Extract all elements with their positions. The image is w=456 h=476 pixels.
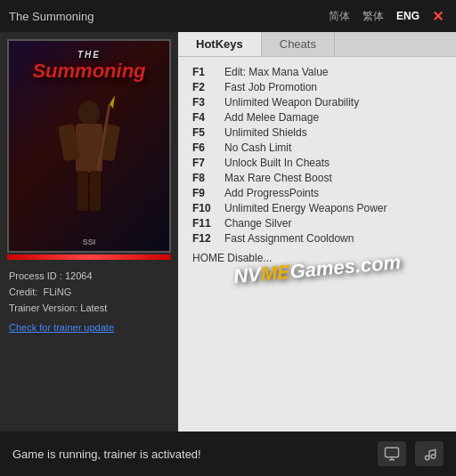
cheats-list: F1Edit: Max Mana ValueF2Fast Job Promoti… bbox=[178, 57, 456, 432]
cheat-key: F6 bbox=[192, 141, 224, 154]
right-panel: HotKeys Cheats F1Edit: Max Mana ValueF2F… bbox=[178, 32, 456, 432]
cheat-row: F7Unlock Built In Cheats bbox=[192, 157, 442, 169]
game-image-title: THE Summoning bbox=[32, 50, 145, 83]
music-icon[interactable] bbox=[415, 441, 444, 466]
status-bar: Game is running, trainer is activated! bbox=[0, 432, 456, 476]
music-svg bbox=[421, 446, 437, 462]
cheat-row: F9Add ProgressPoints bbox=[192, 187, 442, 199]
svg-point-0 bbox=[78, 101, 100, 125]
cheat-desc: Max Rare Chest Boost bbox=[224, 172, 332, 184]
main-content: THE Summoning SSI Process ID : 12064 bbox=[0, 32, 456, 432]
cheat-desc: Unlimited Weapon Durability bbox=[224, 96, 359, 109]
monitor-icon[interactable] bbox=[378, 441, 406, 466]
tab-cheats[interactable]: Cheats bbox=[262, 32, 335, 56]
sse-logo: SSI bbox=[83, 238, 96, 246]
cheat-key: F7 bbox=[192, 157, 224, 169]
svg-rect-5 bbox=[90, 171, 101, 211]
svg-rect-8 bbox=[386, 448, 399, 457]
cheat-desc: Add Melee Damage bbox=[224, 111, 319, 124]
close-button[interactable]: ✕ bbox=[428, 8, 447, 25]
cheat-key: F2 bbox=[192, 81, 224, 93]
cheat-desc: Fast Assignment Cooldown bbox=[224, 232, 354, 245]
cheat-row: F11Change Silver bbox=[192, 217, 442, 230]
lang-english[interactable]: ENG bbox=[393, 8, 423, 24]
cheat-key: F1 bbox=[192, 66, 224, 78]
trainer-version-label: Trainer Version: Latest bbox=[9, 303, 107, 313]
svg-rect-4 bbox=[77, 171, 88, 211]
cheat-desc: Unlimited Shields bbox=[224, 126, 307, 139]
status-icons bbox=[378, 441, 444, 466]
cheat-row: F4Add Melee Damage bbox=[192, 111, 442, 124]
cheat-desc: Unlock Built In Cheats bbox=[224, 157, 330, 169]
cheat-row: F12Fast Assignment Cooldown bbox=[192, 232, 442, 245]
process-id-label: Process ID : 12064 bbox=[9, 270, 93, 281]
cheat-row: F2Fast Job Promotion bbox=[192, 81, 442, 93]
cheat-desc: Change Silver bbox=[224, 217, 291, 230]
red-bar bbox=[7, 254, 171, 260]
app-title: The Summoning bbox=[9, 10, 94, 23]
cheat-key: F12 bbox=[192, 232, 224, 245]
tab-hotkeys[interactable]: HotKeys bbox=[178, 32, 262, 56]
process-info: Process ID : 12064 Credit: FLiNG Trainer… bbox=[7, 270, 171, 335]
credit-row: Credit: FLiNG bbox=[9, 286, 169, 297]
tab-bar: HotKeys Cheats bbox=[178, 32, 456, 57]
lang-simplified[interactable]: 简体 bbox=[325, 7, 354, 26]
cheat-row: F5Unlimited Shields bbox=[192, 126, 442, 139]
cheat-key: F8 bbox=[192, 172, 224, 184]
lang-traditional[interactable]: 繁体 bbox=[359, 7, 387, 26]
monitor-svg bbox=[384, 446, 400, 462]
cheat-key: F11 bbox=[192, 217, 224, 230]
cheat-desc: Edit: Max Mana Value bbox=[224, 66, 329, 78]
cheat-row: F3Unlimited Weapon Durability bbox=[192, 96, 442, 109]
cheat-key: F3 bbox=[192, 96, 224, 109]
credit-value: FLiNG bbox=[44, 286, 72, 297]
process-id-row: Process ID : 12064 bbox=[9, 270, 169, 281]
cheat-desc: No Cash Limit bbox=[224, 141, 291, 154]
cheat-desc: Unlimited Energy Weapons Power bbox=[224, 202, 387, 214]
cheat-key: F9 bbox=[192, 187, 224, 199]
cheat-row: F8Max Rare Chest Boost bbox=[192, 172, 442, 184]
cheat-desc: Add ProgressPoints bbox=[224, 187, 319, 199]
cheat-row: F6No Cash Limit bbox=[192, 141, 442, 154]
game-image: THE Summoning SSI bbox=[7, 39, 171, 253]
cheat-key: F10 bbox=[192, 202, 224, 214]
cheat-key: F5 bbox=[192, 126, 224, 139]
game-title-summoning: Summoning bbox=[32, 60, 145, 82]
left-panel: THE Summoning SSI Process ID : 12064 bbox=[0, 32, 178, 432]
trainer-version-row: Trainer Version: Latest bbox=[9, 303, 169, 313]
title-bar: The Summoning 简体 繁体 ENG ✕ bbox=[0, 0, 456, 32]
lang-selector: 简体 繁体 ENG ✕ bbox=[325, 7, 447, 26]
game-title-the: THE bbox=[32, 50, 145, 60]
cheat-row: F1Edit: Max Mana Value bbox=[192, 66, 442, 78]
cheat-key: F4 bbox=[192, 111, 224, 124]
warrior-svg bbox=[49, 95, 129, 229]
home-section: HOME Disable... bbox=[192, 252, 442, 264]
cheat-desc: Fast Job Promotion bbox=[224, 81, 317, 93]
check-update-link[interactable]: Check for trainer update bbox=[9, 322, 114, 333]
credit-label: Credit: bbox=[9, 286, 37, 297]
cheat-row: F10Unlimited Energy Weapons Power bbox=[192, 202, 442, 214]
status-message: Game is running, trainer is activated! bbox=[12, 448, 201, 461]
